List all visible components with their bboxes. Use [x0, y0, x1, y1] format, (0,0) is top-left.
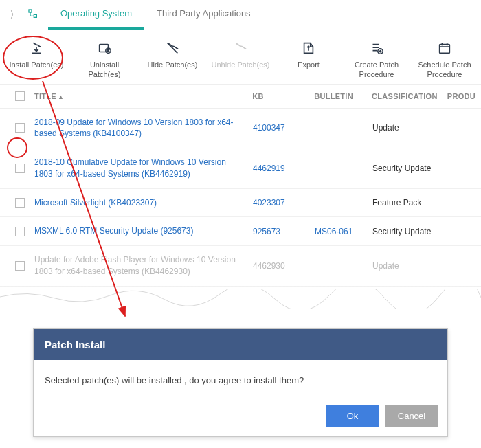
- uninstall-label: Uninstall Patch(es): [74, 60, 135, 80]
- patch-title-link[interactable]: Microsoft Silverlight (KB4023307): [34, 197, 253, 209]
- svg-rect-5: [440, 45, 450, 54]
- create-label: Create Patch Procedure: [346, 60, 407, 80]
- col-checkbox: [5, 91, 34, 101]
- table-row: Update for Adobe Flash Player for Window…: [0, 246, 481, 287]
- schedule-procedure-button[interactable]: Schedule Patch Procedure: [414, 40, 476, 80]
- install-icon: [29, 40, 44, 56]
- svg-rect-0: [29, 10, 32, 12]
- install-label: Install Patch(es): [10, 60, 64, 70]
- tab-third-party[interactable]: Third Party Applications: [144, 0, 263, 30]
- kb-link[interactable]: 4023307: [253, 198, 315, 208]
- create-icon: [369, 40, 384, 56]
- col-bulletin[interactable]: BULLETIN: [314, 92, 372, 100]
- create-procedure-button[interactable]: Create Patch Procedure: [346, 40, 407, 80]
- patch-install-dialog: Patch Install Selected patch(es) will be…: [33, 328, 448, 437]
- patch-title-link[interactable]: 2018-10 Cumulative Update for Windows 10…: [34, 157, 253, 180]
- row-checkbox[interactable]: [15, 164, 25, 173]
- hide-button[interactable]: Hide Patch(es): [142, 40, 203, 80]
- export-button[interactable]: Export: [278, 40, 339, 80]
- classification-text: Security Update: [372, 164, 448, 173]
- dialog-title: Patch Install: [34, 329, 447, 360]
- unhide-icon: [233, 40, 248, 56]
- tabs: Operating System Third Party Application…: [48, 0, 263, 30]
- sort-asc-icon: ▲: [58, 93, 64, 100]
- unhide-label: Unhide Patch(es): [212, 60, 270, 70]
- bulletin-link[interactable]: MS06-061: [315, 227, 372, 236]
- classification-text: Update: [372, 261, 448, 271]
- kb-link[interactable]: 4100347: [253, 123, 315, 133]
- table-row: 2018-09 Update for Windows 10 Version 18…: [0, 109, 481, 149]
- calendar-icon: [437, 40, 452, 56]
- patch-title-link[interactable]: MSXML 6.0 RTM Security Update (925673): [34, 225, 253, 237]
- expand-icon[interactable]: 〉: [5, 6, 23, 24]
- cancel-button[interactable]: Cancel: [385, 405, 438, 427]
- toolbar: Install Patch(es) Uninstall Patch(es) Hi…: [0, 30, 481, 84]
- col-product[interactable]: PRODU: [447, 92, 476, 100]
- col-kb[interactable]: KB: [252, 92, 314, 100]
- classification-text: Feature Pack: [372, 198, 448, 208]
- classification-text: Update: [372, 123, 448, 133]
- col-title[interactable]: TITLE▲: [34, 92, 252, 100]
- tab-operating-system[interactable]: Operating System: [48, 0, 144, 30]
- row-checkbox[interactable]: [15, 123, 25, 133]
- row-checkbox[interactable]: [15, 261, 25, 271]
- column-headers: TITLE▲ KB BULLETIN CLASSIFICATION PRODU: [0, 84, 481, 109]
- tree-icon[interactable]: [23, 5, 43, 24]
- dialog-footer: Ok Cancel: [34, 398, 447, 436]
- fade-mask: [0, 285, 481, 320]
- dialog-message: Selected patch(es) will be installed , d…: [34, 360, 447, 398]
- col-classification[interactable]: CLASSIFICATION: [372, 92, 447, 100]
- export-label: Export: [298, 60, 320, 70]
- hide-label: Hide Patch(es): [148, 60, 198, 70]
- uninstall-icon: [97, 40, 112, 56]
- unhide-button[interactable]: Unhide Patch(es): [210, 40, 271, 80]
- table-row: MSXML 6.0 RTM Security Update (925673) 9…: [0, 217, 481, 246]
- row-checkbox[interactable]: [15, 198, 25, 208]
- kb-link[interactable]: 4462919: [253, 164, 315, 173]
- patch-title-link[interactable]: 2018-09 Update for Windows 10 Version 18…: [34, 117, 253, 140]
- select-all-checkbox[interactable]: [15, 91, 25, 101]
- table-row: 2018-10 Cumulative Update for Windows 10…: [0, 148, 481, 189]
- torn-edge: [0, 289, 481, 309]
- svg-rect-1: [34, 14, 36, 17]
- kb-link[interactable]: 4462930: [253, 261, 315, 271]
- uninstall-button[interactable]: Uninstall Patch(es): [74, 40, 135, 80]
- topbar: 〉 Operating System Third Party Applicati…: [0, 0, 481, 30]
- patch-title-link[interactable]: Update for Adobe Flash Player for Window…: [34, 254, 253, 278]
- table-row: Microsoft Silverlight (KB4023307) 402330…: [0, 189, 481, 218]
- schedule-label: Schedule Patch Procedure: [414, 60, 476, 80]
- row-checkbox[interactable]: [15, 227, 25, 236]
- install-button[interactable]: Install Patch(es): [5, 40, 67, 80]
- hide-icon: [165, 40, 180, 56]
- export-icon: [301, 40, 316, 56]
- patch-table: 2018-09 Update for Windows 10 Version 18…: [0, 109, 481, 287]
- kb-link[interactable]: 925673: [253, 227, 315, 236]
- classification-text: Security Update: [372, 227, 448, 236]
- ok-button[interactable]: Ok: [326, 405, 379, 427]
